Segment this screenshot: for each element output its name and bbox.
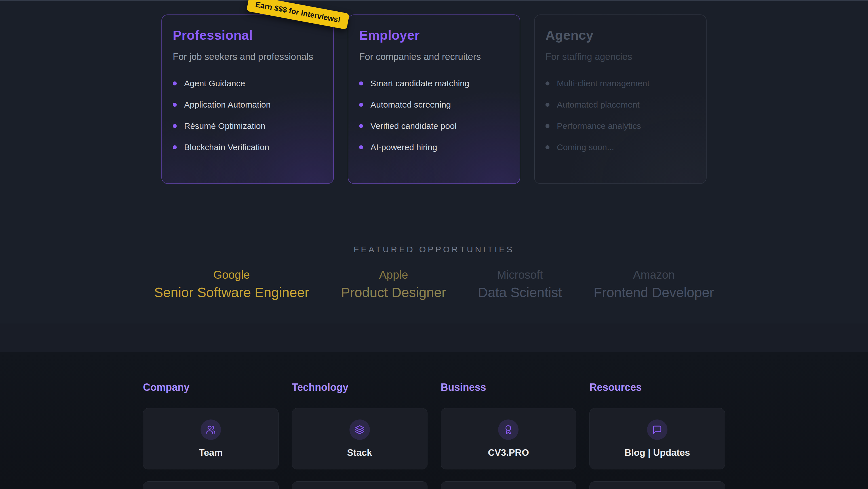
bullet-dot-icon	[359, 82, 363, 85]
plan-feature: Agent Guidance	[173, 79, 322, 88]
featured-jobs-carousel: Google Senior Software Engineer Apple Pr…	[0, 268, 868, 300]
plan-feature: Automated placement	[546, 100, 695, 110]
featured-job-microsoft[interactable]: Microsoft Data Scientist	[478, 268, 562, 300]
featured-job-amazon[interactable]: Amazon Frontend Developer	[594, 268, 714, 300]
plans-row: Earn $$$ for Interviews! Professional Fo…	[0, 1, 868, 184]
plan-card-agency: Agency For staffing agencies Multi-clien…	[534, 15, 707, 184]
plan-feature-label: Coming soon...	[557, 142, 614, 152]
bullet-dot-icon	[359, 124, 363, 128]
bullet-dot-icon	[173, 103, 177, 107]
plan-feature: AI-powered hiring	[359, 142, 509, 152]
footer-card-label: CV3.PRO	[488, 447, 529, 458]
plan-feature-label: AI-powered hiring	[370, 142, 437, 152]
plan-subtitle: For staffing agencies	[546, 51, 695, 62]
bullet-dot-icon	[546, 82, 550, 85]
plan-feature-label: Résumé Optimization	[184, 121, 266, 131]
job-company: Google	[213, 268, 250, 281]
footer-card-stack[interactable]: Stack	[292, 408, 428, 469]
plan-feature: Verified candidate pool	[359, 121, 509, 131]
footer-heading-technology: Technology	[292, 381, 428, 396]
bullet-dot-icon	[546, 145, 550, 149]
plan-feature-label: Multi-client management	[557, 79, 650, 88]
footer-heading-company: Company	[143, 381, 279, 396]
earn-badge: Earn $$$ for Interviews!	[247, 0, 349, 30]
plan-feature-label: Blockchain Verification	[184, 142, 269, 152]
footer-grid: Company Technology Business Resources Te…	[143, 381, 725, 489]
landing-page: Earn $$$ for Interviews! Professional Fo…	[0, 0, 868, 489]
award-icon	[498, 420, 519, 440]
footer-card-cv3pro[interactable]: CV3.PRO	[441, 408, 577, 469]
plan-feature: Résumé Optimization	[173, 121, 322, 131]
plan-feature-label: Application Automation	[184, 100, 271, 110]
footer-card-partial[interactable]	[589, 481, 725, 489]
bullet-dot-icon	[546, 103, 550, 107]
job-title: Senior Software Engineer	[154, 285, 309, 300]
plan-title: Professional	[173, 28, 322, 43]
job-company: Apple	[379, 268, 408, 281]
bullet-dot-icon	[173, 82, 177, 85]
job-company: Microsoft	[497, 268, 543, 281]
plan-feature-list: Agent Guidance Application Automation Ré…	[173, 79, 322, 152]
footer-card-label: Stack	[347, 447, 372, 458]
layers-icon	[349, 420, 370, 440]
footer-card-label: Blog | Updates	[625, 447, 690, 458]
plan-feature-list: Smart candidate matching Automated scree…	[359, 79, 509, 152]
plan-feature: Smart candidate matching	[359, 79, 509, 88]
plan-feature-list: Multi-client management Automated placem…	[546, 79, 695, 152]
plan-feature: Performance analytics	[546, 121, 695, 131]
plan-feature: Blockchain Verification	[173, 142, 322, 152]
speech-bubble-icon	[647, 420, 668, 440]
bullet-dot-icon	[173, 124, 177, 128]
featured-heading: FEATURED OPPORTUNITIES	[0, 211, 868, 254]
footer-heading-resources: Resources	[589, 381, 725, 396]
footer-section: Company Technology Business Resources Te…	[0, 352, 868, 489]
footer-heading-business: Business	[441, 381, 577, 396]
job-title: Frontend Developer	[594, 285, 714, 300]
footer-card-partial[interactable]	[292, 481, 428, 489]
plan-feature-label: Agent Guidance	[184, 79, 245, 88]
plan-feature: Multi-client management	[546, 79, 695, 88]
plan-title: Employer	[359, 28, 509, 43]
bullet-dot-icon	[546, 124, 550, 128]
plan-feature-label: Automated placement	[557, 100, 640, 110]
featured-opportunities-section: FEATURED OPPORTUNITIES Google Senior Sof…	[0, 211, 868, 324]
section-spacer	[0, 324, 868, 352]
plan-feature: Automated screening	[359, 100, 509, 110]
footer-card-team[interactable]: Team	[143, 408, 279, 469]
footer-card-label: Team	[199, 447, 223, 458]
featured-job-apple[interactable]: Apple Product Designer	[341, 268, 446, 300]
bullet-dot-icon	[359, 103, 363, 107]
plan-title: Agency	[546, 28, 695, 43]
footer-card-blog[interactable]: Blog | Updates	[589, 408, 725, 469]
plan-feature: Coming soon...	[546, 142, 695, 152]
footer-card-partial[interactable]	[143, 481, 279, 489]
plan-feature-label: Automated screening	[370, 100, 451, 110]
plan-feature-label: Verified candidate pool	[370, 121, 457, 131]
plan-feature-label: Smart candidate matching	[370, 79, 469, 88]
job-title: Product Designer	[341, 285, 446, 300]
job-title: Data Scientist	[478, 285, 562, 300]
plan-feature: Application Automation	[173, 100, 322, 110]
users-icon	[200, 420, 221, 440]
bullet-dot-icon	[173, 145, 177, 149]
plan-feature-label: Performance analytics	[557, 121, 641, 131]
plan-card-professional[interactable]: Earn $$$ for Interviews! Professional Fo…	[161, 15, 334, 184]
plan-card-employer[interactable]: Employer For companies and recruiters Sm…	[348, 15, 520, 184]
plan-subtitle: For companies and recruiters	[359, 51, 509, 62]
plans-section: Earn $$$ for Interviews! Professional Fo…	[0, 0, 868, 211]
bullet-dot-icon	[359, 145, 363, 149]
featured-job-google[interactable]: Google Senior Software Engineer	[154, 268, 309, 300]
plan-subtitle: For job seekers and professionals	[173, 51, 322, 62]
job-company: Amazon	[633, 268, 675, 281]
footer-card-partial[interactable]	[441, 481, 577, 489]
